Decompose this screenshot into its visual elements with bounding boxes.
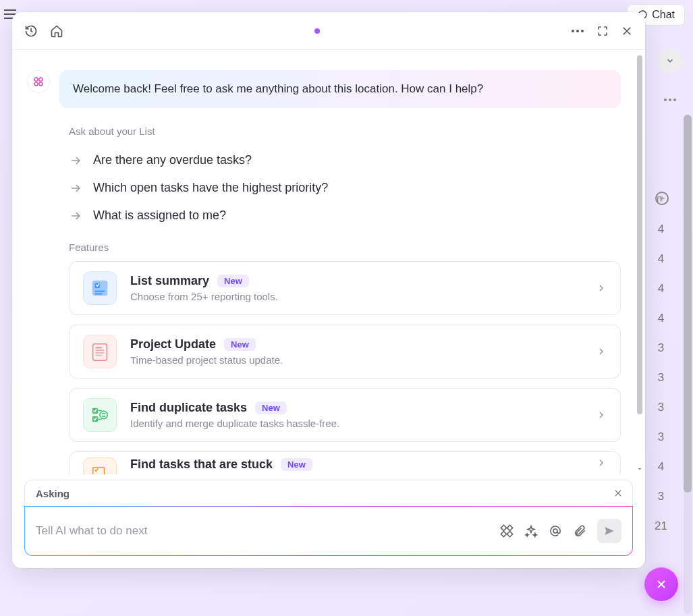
svg-rect-22 xyxy=(93,468,105,474)
row-number: 3 xyxy=(655,371,667,385)
row-number: 4 xyxy=(655,460,667,474)
svg-rect-17 xyxy=(95,352,104,354)
row-number: 4 xyxy=(655,312,667,325)
feature-card[interactable]: Project UpdateNewTime-based project stat… xyxy=(69,325,621,379)
svg-rect-26 xyxy=(507,525,512,530)
ai-avatar-icon xyxy=(27,70,50,93)
modal-scroll-area[interactable]: Welcome back! Feel free to ask me anythi… xyxy=(12,50,636,474)
mention-icon[interactable] xyxy=(549,524,562,538)
svg-rect-16 xyxy=(95,349,104,351)
modal-footer: Asking xyxy=(12,474,645,568)
collapse-caret-icon[interactable] xyxy=(658,49,682,73)
feature-icon xyxy=(83,271,117,305)
sparkle-icon[interactable] xyxy=(524,524,538,538)
row-number: 21 xyxy=(655,520,667,533)
svg-rect-18 xyxy=(95,355,101,356)
feature-title: Find duplicate tasks xyxy=(130,401,247,415)
svg-point-6 xyxy=(34,78,38,81)
page-scrollbar[interactable] xyxy=(684,115,692,614)
row-number: 4 xyxy=(655,252,667,266)
svg-rect-13 xyxy=(95,293,103,295)
row-number: 4 xyxy=(655,282,667,296)
chevron-right-icon xyxy=(596,283,607,293)
home-icon[interactable] xyxy=(50,24,63,38)
close-assistant-fab[interactable] xyxy=(644,567,678,601)
modal-body: Welcome back! Feel free to ask me anythi… xyxy=(12,50,645,474)
feature-subtitle: Choose from 25+ reporting tools. xyxy=(130,291,582,302)
features-header: Features xyxy=(69,242,621,253)
svg-point-3 xyxy=(572,30,574,32)
arrow-right-icon xyxy=(69,209,82,223)
suggestion-item[interactable]: Which open tasks have the highest priori… xyxy=(69,174,621,202)
svg-point-2 xyxy=(673,99,676,101)
chevron-right-icon xyxy=(596,410,607,420)
close-icon[interactable] xyxy=(621,25,633,37)
arrow-right-icon xyxy=(69,181,82,195)
ai-input-row xyxy=(24,506,633,556)
svg-point-21 xyxy=(100,411,107,418)
suggestion-item[interactable]: What is assigned to me? xyxy=(69,202,621,229)
tools-icon[interactable] xyxy=(500,524,514,538)
feature-card[interactable]: List summaryNewChoose from 25+ reporting… xyxy=(69,261,621,315)
new-badge: New xyxy=(217,275,249,287)
chevron-right-icon xyxy=(596,346,607,357)
svg-rect-15 xyxy=(95,347,101,348)
suggestion-text: What is assigned to me? xyxy=(93,208,226,223)
suggestions-header: Ask about your List xyxy=(69,125,621,137)
new-badge: New xyxy=(255,401,287,414)
greeting-message: Welcome back! Feel free to ask me anythi… xyxy=(59,70,621,108)
context-row: Asking xyxy=(24,480,633,506)
chevron-right-icon xyxy=(596,457,607,468)
attach-icon[interactable] xyxy=(573,524,586,538)
modal-header xyxy=(12,12,645,50)
svg-point-0 xyxy=(664,99,667,101)
svg-point-7 xyxy=(39,78,43,81)
svg-rect-27 xyxy=(501,531,506,536)
status-dot-icon xyxy=(314,28,320,34)
feature-icon xyxy=(83,335,117,368)
svg-point-4 xyxy=(576,30,579,32)
modal-scrollbar[interactable] xyxy=(637,55,642,414)
row-number: 4 xyxy=(655,223,667,236)
ai-assistant-modal: Welcome back! Feel free to ask me anythi… xyxy=(12,12,645,568)
row-number: 3 xyxy=(655,430,667,444)
feature-card[interactable]: Find tasks that are stuckNew xyxy=(69,451,621,474)
page-scrollbar-thumb[interactable] xyxy=(684,115,692,493)
row-numbers: 444433334321 xyxy=(655,223,667,533)
context-label: Asking xyxy=(36,488,70,499)
history-icon[interactable] xyxy=(24,24,38,38)
svg-rect-25 xyxy=(501,525,506,530)
suggestion-text: Which open tasks have the highest priori… xyxy=(93,181,328,195)
row-number: 3 xyxy=(655,401,667,414)
scroll-caret-icon xyxy=(636,465,644,473)
svg-rect-12 xyxy=(95,291,105,292)
ai-prompt-input[interactable] xyxy=(36,524,491,538)
feature-card[interactable]: Find duplicate tasksNewIdentify and merg… xyxy=(69,388,621,442)
new-badge: New xyxy=(224,338,256,351)
chat-button-label: Chat xyxy=(652,9,675,21)
suggestion-item[interactable]: Are there any overdue tasks? xyxy=(69,146,621,174)
arrow-right-icon xyxy=(69,154,82,167)
feature-title: Project Update xyxy=(130,337,216,352)
feature-title: List summary xyxy=(130,274,209,288)
more-options-icon[interactable] xyxy=(571,29,584,33)
new-badge: New xyxy=(281,458,312,471)
svg-point-8 xyxy=(34,82,38,86)
context-chip[interactable] xyxy=(76,487,231,499)
svg-rect-28 xyxy=(507,531,512,536)
feature-subtitle: Time-based project status update. xyxy=(130,354,582,366)
row-number: 3 xyxy=(655,490,667,503)
row-number: 3 xyxy=(655,341,667,355)
send-button[interactable] xyxy=(597,519,621,543)
expand-icon[interactable] xyxy=(597,25,609,37)
feature-icon xyxy=(83,398,117,432)
context-close-icon[interactable] xyxy=(613,488,623,498)
svg-point-5 xyxy=(581,30,584,32)
feature-subtitle: Identify and merge duplicate tasks hassl… xyxy=(130,418,582,429)
svg-point-1 xyxy=(669,99,671,101)
more-icon[interactable] xyxy=(658,90,682,109)
suggestion-text: Are there any overdue tasks? xyxy=(93,153,252,167)
feature-title: Find tasks that are stuck xyxy=(130,457,273,472)
svg-point-29 xyxy=(553,529,557,533)
time-col-header: n xyxy=(657,193,662,204)
